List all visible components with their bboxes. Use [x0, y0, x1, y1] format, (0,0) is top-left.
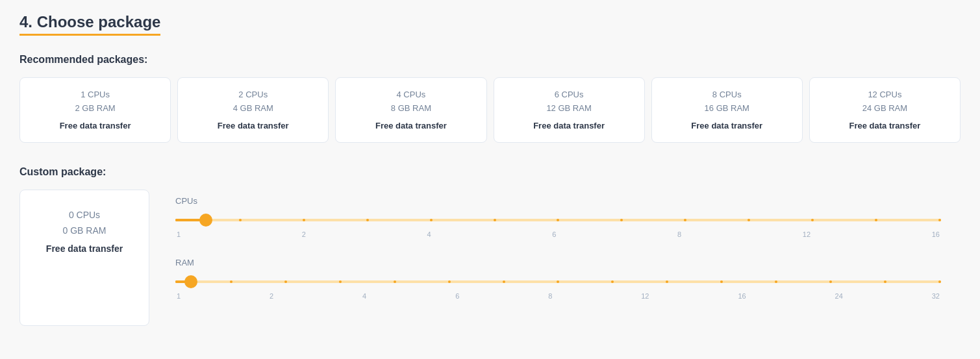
pkg-transfer-3: Free data transfer [502, 121, 636, 130]
ram-dot-7 [557, 280, 559, 283]
cpu-slider-ticks: 1 2 4 6 8 12 16 [175, 230, 941, 238]
custom-package-label: Custom package: [19, 166, 961, 178]
custom-transfer-value: Free data transfer [36, 243, 133, 254]
pkg-transfer-1: Free data transfer [186, 121, 320, 130]
cpu-dot-6 [557, 219, 559, 221]
cpu-slider-thumb[interactable] [199, 214, 212, 227]
ram-dot-0 [175, 280, 178, 283]
packages-grid: 1 CPUs 2 GB RAM Free data transfer 2 CPU… [19, 77, 961, 143]
cpu-tick-12: 12 [803, 230, 810, 238]
cpu-dot-4 [430, 219, 433, 221]
pkg-transfer-2: Free data transfer [344, 121, 478, 130]
package-card-4[interactable]: 8 CPUs 16 GB RAM Free data transfer [651, 77, 803, 143]
cpu-dot-12 [938, 219, 941, 221]
ram-dot-14 [938, 280, 941, 283]
cpu-dot-5 [494, 219, 496, 221]
ram-dot-6 [503, 280, 505, 283]
ram-slider-ticks: 1 2 4 6 8 12 16 24 32 [175, 292, 941, 300]
cpu-dot-7 [620, 219, 623, 221]
ram-dot-11 [775, 280, 777, 283]
cpu-dot-2 [303, 219, 305, 221]
pkg-ram-4: 16 GB RAM [660, 103, 794, 113]
pkg-cpus-0: 1 CPUs [28, 90, 162, 99]
pkg-ram-3: 12 GB RAM [502, 103, 636, 113]
ram-dot-9 [666, 280, 668, 283]
cpu-dot-11 [875, 219, 877, 221]
cpu-slider-row: CPUs [175, 196, 941, 238]
pkg-cpus-4: 8 CPUs [660, 90, 794, 99]
cpu-tick-4: 4 [427, 230, 431, 238]
cpu-dot-0 [175, 219, 178, 221]
ram-tick-1: 1 [177, 292, 181, 300]
package-card-2[interactable]: 4 CPUs 8 GB RAM Free data transfer [335, 77, 486, 143]
ram-tick-12: 12 [641, 292, 649, 300]
cpu-tick-8: 8 [677, 230, 681, 238]
package-card-5[interactable]: 12 CPUs 24 GB RAM Free data transfer [809, 77, 961, 143]
ram-dot-8 [611, 280, 614, 283]
cpu-slider-label: CPUs [175, 196, 941, 206]
pkg-ram-1: 4 GB RAM [186, 103, 320, 113]
ram-slider-dots [175, 280, 941, 283]
ram-tick-24: 24 [835, 292, 843, 300]
pkg-transfer-0: Free data transfer [28, 121, 162, 130]
pkg-cpus-5: 12 CPUs [818, 90, 952, 99]
cpu-dot-8 [684, 219, 686, 221]
ram-tick-2: 2 [270, 292, 273, 300]
pkg-ram-0: 2 GB RAM [28, 103, 162, 113]
cpu-dot-10 [811, 219, 814, 221]
ram-slider-track-container [175, 275, 941, 288]
cpu-tick-1: 1 [177, 230, 181, 238]
recommended-packages-label: Recommended packages: [19, 54, 961, 66]
ram-tick-16: 16 [738, 292, 746, 300]
ram-dot-2 [284, 280, 287, 283]
page-title: 4. Choose package [19, 13, 160, 36]
pkg-cpus-2: 4 CPUs [344, 90, 478, 99]
ram-dot-13 [884, 280, 886, 283]
ram-tick-8: 8 [548, 292, 552, 300]
package-card-0[interactable]: 1 CPUs 2 GB RAM Free data transfer [19, 77, 171, 143]
custom-ram-value: 0 GB RAM [36, 225, 133, 236]
pkg-cpus-1: 2 CPUs [186, 90, 320, 99]
ram-dot-1 [230, 280, 232, 283]
cpu-dot-1 [239, 219, 242, 221]
cpu-tick-6: 6 [552, 230, 556, 238]
pkg-ram-2: 8 GB RAM [344, 103, 478, 113]
ram-tick-32: 32 [932, 292, 940, 300]
ram-slider-label: RAM [175, 258, 941, 267]
ram-dot-3 [339, 280, 342, 283]
custom-cpus-value: 0 CPUs [36, 210, 133, 220]
pkg-ram-5: 24 GB RAM [818, 103, 952, 113]
ram-dot-12 [829, 280, 832, 283]
sliders-panel: CPUs [149, 190, 961, 326]
package-card-1[interactable]: 2 CPUs 4 GB RAM Free data transfer [177, 77, 329, 143]
ram-tick-4: 4 [362, 292, 366, 300]
cpu-tick-2: 2 [302, 230, 306, 238]
custom-info-panel: 0 CPUs 0 GB RAM Free data transfer [19, 190, 149, 326]
package-card-3[interactable]: 6 CPUs 12 GB RAM Free data transfer [494, 77, 645, 143]
ram-dot-5 [448, 280, 451, 283]
ram-dot-4 [394, 280, 396, 283]
custom-section: 0 CPUs 0 GB RAM Free data transfer CPUs [19, 190, 961, 326]
ram-slider-row: RAM [175, 258, 941, 300]
cpu-slider-dots [175, 219, 941, 221]
cpu-dot-3 [366, 219, 369, 221]
cpu-slider-track-container [175, 214, 941, 227]
pkg-cpus-3: 6 CPUs [502, 90, 636, 99]
pkg-transfer-5: Free data transfer [818, 121, 952, 130]
ram-tick-6: 6 [455, 292, 459, 300]
ram-slider-thumb[interactable] [184, 275, 197, 288]
cpu-tick-16: 16 [932, 230, 940, 238]
pkg-transfer-4: Free data transfer [660, 121, 794, 130]
ram-dot-10 [720, 280, 723, 283]
cpu-dot-9 [748, 219, 750, 221]
